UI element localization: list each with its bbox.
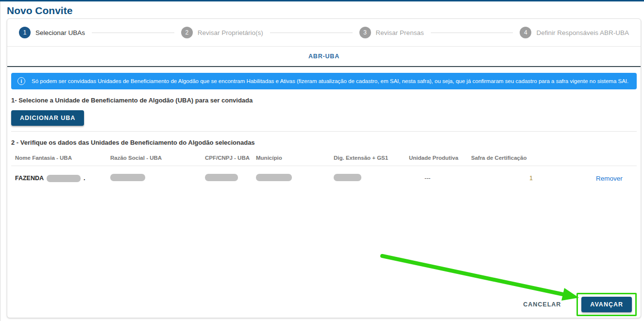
remover-link[interactable]: Remover: [596, 175, 623, 182]
step-3-badge: 3: [359, 27, 371, 38]
col-header-municipio: Município: [256, 155, 334, 161]
col-header-dig-extensao-gs1: Dig. Extensão + GS1: [334, 155, 409, 161]
stepper: 1 Selecionar UBAs 2 Revisar Proprietário…: [7, 19, 641, 47]
step-3-label: Revisar Prensas: [376, 29, 424, 36]
table-row: FAZENDA . --- 1 Remover: [11, 166, 637, 190]
footer-actions: CANCELAR AVANÇAR: [520, 293, 637, 316]
nome-fantasia-suffix: .: [84, 175, 85, 182]
page-title: Novo Convite: [7, 5, 644, 17]
step-connector: [92, 33, 174, 33]
annotation-highlight-box: AVANÇAR: [576, 293, 637, 316]
cell-municipio: [256, 174, 334, 183]
nome-fantasia-prefix: FAZENDA: [15, 175, 44, 182]
cancelar-button[interactable]: CANCELAR: [520, 301, 564, 308]
step-1-badge: 1: [19, 27, 31, 38]
section-1-label: 1- Selecione a Unidade de Beneficiamento…: [11, 97, 637, 104]
tab-bar: ABR-UBA: [7, 47, 641, 67]
cell-razao-social: [110, 174, 205, 183]
new-invite-card: 1 Selecionar UBAs 2 Revisar Proprietário…: [7, 18, 641, 318]
avancar-button[interactable]: AVANÇAR: [581, 297, 632, 312]
redacted-value: [47, 175, 81, 182]
cell-unidade-produtiva: ---: [409, 175, 471, 182]
section-2-label: 2 - Verifique os dados das Unidades de B…: [11, 139, 637, 146]
step-1-label: Selecionar UBAs: [35, 29, 85, 36]
page-left-border: [0, 1, 0, 321]
step-revisar-prensas[interactable]: 3 Revisar Prensas: [359, 27, 424, 38]
cell-cpf-cnpj: [205, 174, 256, 183]
step-connector: [431, 33, 513, 33]
step-connector: [270, 33, 353, 33]
step-2-badge: 2: [181, 27, 193, 38]
redacted-value: [205, 174, 238, 181]
top-accent-line: [0, 0, 644, 1]
cell-safra-certificacao: 1: [471, 175, 551, 182]
info-banner-text: Só podem ser convidadas Unidades de Bene…: [32, 78, 628, 84]
step-selecionar-ubas[interactable]: 1 Selecionar UBAs: [19, 27, 85, 38]
tab-abr-uba[interactable]: ABR-UBA: [308, 53, 339, 60]
col-header-nome-fantasia: Nome Fantasia - UBA: [15, 155, 110, 161]
step-2-label: Revisar Proprietário(s): [198, 29, 263, 36]
col-header-cpf-cnpj: CPF/CNPJ - UBA: [205, 155, 256, 161]
step-revisar-proprietarios[interactable]: 2 Revisar Proprietário(s): [181, 27, 263, 38]
cell-actions: Remover: [551, 175, 637, 182]
tab-content: i Só podem ser convidadas Unidades de Be…: [7, 73, 641, 190]
info-banner: i Só podem ser convidadas Unidades de Be…: [11, 73, 637, 89]
step-4-badge: 4: [520, 27, 531, 38]
cell-nome-fantasia: FAZENDA .: [15, 175, 110, 182]
table-header-row: Nome Fantasia - UBA Razão Social - UBA C…: [11, 150, 637, 166]
col-header-unidade-produtiva: Unidade Produtiva: [409, 155, 471, 161]
col-header-razao-social: Razão Social - UBA: [110, 155, 205, 161]
adicionar-uba-button[interactable]: ADICIONAR UBA: [11, 110, 84, 126]
col-header-safra-certificacao: Safra de Certificação: [471, 155, 551, 161]
step-4-label: Definir Responsáveis ABR-UBA: [536, 29, 629, 36]
step-definir-responsaveis[interactable]: 4 Definir Responsáveis ABR-UBA: [520, 27, 629, 38]
redacted-value: [110, 174, 145, 181]
redacted-value: [256, 174, 292, 181]
redacted-value: [334, 174, 361, 181]
cell-dig-extensao-gs1: [334, 174, 409, 183]
section-divider: [11, 131, 637, 132]
info-icon: i: [17, 77, 25, 85]
